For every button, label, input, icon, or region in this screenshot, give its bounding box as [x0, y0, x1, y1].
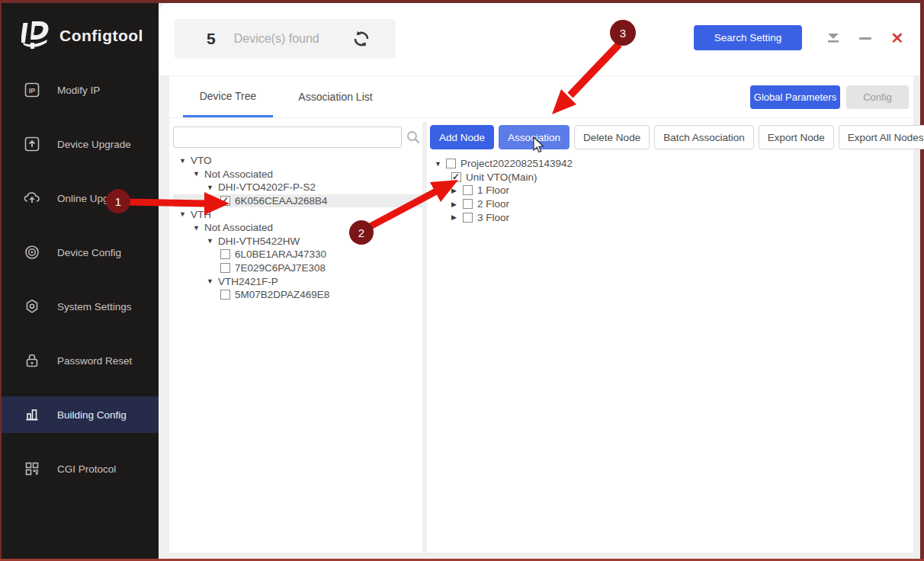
sidebar-item-device-config[interactable]: Device Config — [2, 234, 159, 271]
checkbox-unchecked[interactable] — [220, 263, 230, 273]
add-node-button[interactable]: Add Node — [430, 125, 494, 149]
tree-label: 3 Floor — [477, 212, 509, 223]
export-node-button[interactable]: Export Node — [759, 125, 834, 149]
tree-row[interactable]: 5M07B2DPAZ469E8 — [173, 288, 422, 302]
project-tree: ▼Project20220825143942 Unit VTO(Main) ▶1… — [430, 157, 903, 224]
collapse-to-tray-icon[interactable] — [824, 30, 842, 46]
sidebar-item-system-settings[interactable]: System Settings — [2, 288, 159, 325]
app-logo: Configtool — [21, 20, 143, 52]
expand-arrow-icon[interactable]: ▼ — [179, 210, 191, 218]
sidebar-item-online-upgrade[interactable]: Online Upgrade — [2, 180, 159, 216]
export-all-nodes-button[interactable]: Export All Nodes — [839, 125, 924, 149]
sidebar-item-building-config[interactable]: Building Config — [2, 396, 159, 433]
expand-arrow-icon[interactable]: ▼ — [435, 160, 446, 168]
tab-bar: Device Tree Association List Global Para… — [169, 76, 913, 118]
lock-icon — [24, 352, 40, 369]
tree-label: Not Associated — [204, 168, 273, 180]
tree-row-project[interactable]: ▼Project20220825143942 — [430, 157, 903, 171]
tree-row[interactable]: ▼VTH — [173, 207, 422, 221]
dahua-logo-icon — [21, 20, 50, 52]
tree-label: VTH — [191, 209, 211, 220]
tab-device-tree[interactable]: Device Tree — [183, 76, 273, 117]
expand-arrow-icon[interactable]: ▶ — [451, 213, 463, 221]
tab-association-list[interactable]: Association List — [290, 76, 381, 117]
checkbox-checked[interactable] — [220, 196, 230, 206]
expand-arrow-icon[interactable]: ▼ — [207, 184, 218, 191]
checkbox-checked[interactable] — [451, 172, 461, 182]
sidebar-item-label: Building Config — [57, 409, 127, 421]
sidebar-item-label: Device Config — [57, 247, 121, 258]
tree-row[interactable]: ▼Not Associated — [173, 168, 422, 181]
app-title: Configtool — [59, 27, 143, 45]
refresh-icon[interactable] — [351, 29, 371, 49]
checkbox-unchecked[interactable] — [463, 185, 473, 195]
close-icon[interactable]: ✕ — [888, 30, 906, 46]
expand-arrow-icon[interactable]: ▼ — [207, 237, 218, 245]
header: 5 Device(s) found Search Setting ✕ — [159, 3, 920, 75]
search-setting-button[interactable]: Search Setting — [694, 25, 802, 50]
checkbox-unchecked[interactable] — [220, 249, 230, 259]
tree-row[interactable]: ▼Not Associated — [173, 221, 422, 235]
tree-row-floor-1[interactable]: ▶1 Floor — [430, 184, 903, 197]
search-icon[interactable] — [406, 130, 421, 145]
sidebar-item-cgi-protocol[interactable]: CGI Protocol — [2, 450, 159, 487]
sidebar-item-device-upgrade[interactable]: Device Upgrade — [2, 126, 159, 162]
sidebar-item-label: Device Upgrade — [57, 139, 131, 150]
global-parameters-button[interactable]: Global Parameters — [750, 85, 840, 109]
tree-row-unit-vto[interactable]: Unit VTO(Main) — [430, 171, 903, 184]
tree-row[interactable]: ▼DHI-VTO4202F-P-S2 — [173, 181, 422, 194]
sidebar-menu: IP Modify IP Device Upgrade Online Upgra… — [2, 72, 159, 505]
sidebar-item-label: Online Upgrade — [57, 193, 130, 204]
search-input[interactable] — [173, 127, 402, 148]
tree-row-floor-3[interactable]: ▶3 Floor — [430, 210, 903, 224]
cloud-upload-icon — [24, 190, 40, 207]
expand-arrow-icon[interactable]: ▶ — [451, 187, 463, 194]
association-panel: Add Node Association Delete Node Batch A… — [427, 122, 913, 553]
tree-label: Unit VTO(Main) — [466, 172, 537, 183]
expand-arrow-icon[interactable]: ▶ — [451, 200, 463, 208]
expand-arrow-icon[interactable]: ▼ — [193, 170, 204, 178]
expand-arrow-icon[interactable]: ▼ — [193, 224, 204, 232]
tree-row[interactable]: ▼DHI-VTH5422HW — [173, 235, 422, 248]
qr-grid-icon — [24, 460, 40, 477]
device-count-bar: 5 Device(s) found — [175, 19, 396, 59]
device-count: 5 — [207, 30, 216, 48]
expand-arrow-icon[interactable]: ▼ — [179, 157, 191, 165]
checkbox-unchecked[interactable] — [463, 213, 473, 223]
tree-label: Not Associated — [204, 222, 273, 233]
sidebar-item-modify-ip[interactable]: IP Modify IP — [2, 72, 159, 108]
sidebar-item-password-reset[interactable]: Password Reset — [2, 342, 159, 379]
tree-label: 7E029C6PAJ7E308 — [235, 262, 326, 274]
checkbox-unchecked[interactable] — [220, 290, 230, 300]
tree-row-floor-2[interactable]: ▶2 Floor — [430, 197, 903, 211]
tree-row-selected-device[interactable]: 6K056CEAAJ268B4 — [173, 194, 422, 208]
tree-row[interactable]: ▼VTH2421F-P — [173, 274, 422, 288]
tree-row[interactable]: ▼VTO — [173, 154, 422, 168]
delete-node-button[interactable]: Delete Node — [574, 125, 650, 149]
tree-label: VTO — [191, 155, 212, 166]
ip-badge-icon: IP — [24, 82, 40, 98]
sidebar-item-label: CGI Protocol — [57, 463, 116, 475]
tree-label: 5M07B2DPAZ469E8 — [235, 289, 329, 300]
target-circle-icon — [24, 244, 40, 261]
tree-row[interactable]: 7E029C6PAJ7E308 — [173, 261, 422, 275]
expand-arrow-icon[interactable]: ▼ — [207, 277, 218, 285]
tree-label: Project20220825143942 — [460, 158, 573, 169]
association-button[interactable]: Association — [499, 125, 569, 149]
building-config-panel: Device Tree Association List Global Para… — [169, 76, 913, 553]
building-chart-icon — [24, 406, 40, 423]
gear-icon — [24, 298, 40, 315]
checkbox-unchecked[interactable] — [463, 199, 473, 209]
config-button[interactable]: Config — [846, 85, 909, 109]
sidebar-item-label: Modify IP — [57, 85, 100, 96]
sidebar: Configtool IP Modify IP Device Upgrade O… — [2, 3, 159, 559]
checkbox-unchecked[interactable] — [446, 159, 456, 168]
tree-label: 1 Floor — [477, 184, 509, 196]
tree-label: DHI-VTO4202F-P-S2 — [218, 181, 316, 193]
tree-row[interactable]: 6L0BE1ARAJ47330 — [173, 248, 422, 261]
device-tree-panel: ▼VTO ▼Not Associated ▼DHI-VTO4202F-P-S2 … — [173, 122, 422, 553]
minimize-icon[interactable] — [856, 30, 874, 46]
tree-label: 2 Floor — [477, 198, 509, 210]
box-up-arrow-icon — [24, 136, 40, 152]
batch-association-button[interactable]: Batch Association — [654, 125, 754, 149]
